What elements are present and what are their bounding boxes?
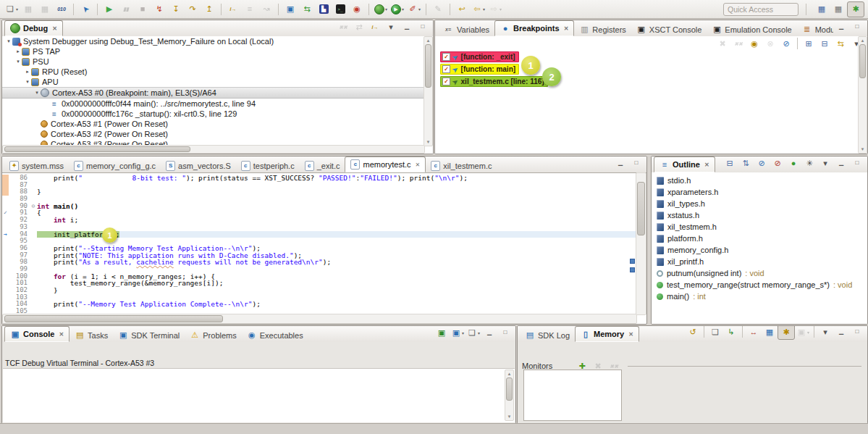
close-icon[interactable]: ✕ [628, 331, 633, 338]
minimize-button[interactable]: ▁ [399, 20, 415, 34]
scroll-up-arrow[interactable]: ▲ [859, 38, 867, 43]
save-all-button[interactable]: ▦ [37, 2, 53, 17]
maximize-button[interactable]: □ [415, 20, 431, 34]
debug-button[interactable]: ▾ [373, 2, 389, 17]
table-rendering-button[interactable]: ▦ [762, 325, 778, 339]
view-menu-button[interactable]: ▾ [817, 325, 833, 339]
step-return-button[interactable]: ↥ [201, 2, 217, 17]
tab-xil-testmem-c[interactable]: cxil_testmem.c [426, 159, 497, 172]
code-editor[interactable]: 86 print(" 8-bit test: "); print(status … [2, 172, 636, 315]
open-console-button[interactable]: ▣ [282, 2, 298, 17]
debug-tree-item[interactable]: ▸RPU (Reset) [2, 67, 433, 77]
tab-modules[interactable]: ≣Modules [797, 22, 833, 36]
copy-view-menu-arrow[interactable]: ▾ [807, 330, 809, 335]
outline-item[interactable]: stdio.h [652, 175, 867, 186]
filters-button[interactable]: ✳ [801, 156, 817, 170]
outline-item[interactable]: xil_types.h [652, 198, 867, 209]
collapse-all-button[interactable]: ⊟ [817, 36, 833, 51]
maximize-button[interactable]: □ [628, 156, 644, 170]
code-line[interactable]: 89 [2, 196, 636, 203]
tab-xsct-console[interactable]: ▣XSCT Console [631, 22, 707, 36]
outline-item[interactable]: main() : int [652, 291, 867, 302]
console-output[interactable] [3, 368, 515, 422]
maximize-button[interactable]: □ [497, 325, 513, 340]
maximize-button[interactable]: □ [849, 20, 865, 34]
tab-breakpoints[interactable]: ●Breakpoints✕ [494, 20, 574, 36]
use-step-filters-button[interactable]: ↝ [258, 2, 274, 17]
select-pointer-button[interactable]: ➤ [77, 2, 93, 17]
open-console-menu-arrow[interactable]: ▾ [478, 330, 480, 335]
outline-item[interactable]: memory_config.h [652, 244, 867, 256]
open-console-button[interactable]: ❏▾ [465, 325, 481, 340]
scroll-down-arrow[interactable]: ▼ [424, 139, 432, 145]
code-line[interactable]: 101 test_memory_range(&memory_ranges[i])… [2, 280, 636, 287]
coverage-button[interactable]: ◉ [349, 2, 365, 17]
debug-tree-item[interactable]: ▸PS TAP [2, 46, 433, 57]
close-icon[interactable]: ✕ [704, 162, 709, 168]
tab-tasks[interactable]: ▤Tasks [69, 328, 113, 342]
pin-console-button[interactable]: ▣ [434, 325, 450, 340]
tab-registers[interactable]: ▥Registers [574, 22, 631, 36]
scrollbar-thumb[interactable] [4, 315, 223, 322]
suspend-button[interactable]: ▮▮ [118, 2, 134, 17]
outline-item[interactable]: xil_testmem.h [652, 221, 867, 233]
save-button[interactable]: ▦ [20, 2, 36, 17]
perspective-other-button[interactable]: ▦ [830, 2, 846, 17]
terminate-button[interactable]: ■ [135, 2, 151, 17]
close-icon[interactable]: ✕ [564, 25, 569, 32]
vertical-scrollbar[interactable]: ▲ ▼ [858, 36, 867, 154]
close-icon[interactable]: ✕ [52, 25, 57, 32]
tree-expander[interactable]: ▾ [5, 38, 12, 44]
debug-tree-item[interactable]: Cortex-A53 #1 (Power On Reset) [2, 119, 433, 129]
code-line[interactable]: 102 } [2, 287, 636, 294]
code-line[interactable]: →94 init_platform(); [2, 231, 636, 238]
quick-access-input[interactable] [723, 3, 799, 16]
view-menu-button[interactable]: ▾ [383, 20, 399, 34]
new-wizard-menu-arrow[interactable]: ▾ [16, 7, 18, 12]
breakpoint-checkbox[interactable]: ✓ [442, 65, 450, 73]
tab-memory[interactable]: ▯Memory✕ [575, 326, 639, 342]
tab-asm-vectors-s[interactable]: Sasm_vectors.S [161, 159, 236, 172]
perspective-debug-button[interactable]: ✱ [847, 1, 864, 17]
expand-all-button[interactable]: ⊞ [801, 36, 817, 51]
skip-all-breakpoints-button[interactable]: ⊘ [778, 36, 794, 51]
tab-outline[interactable]: ≡Outline✕ [654, 157, 715, 172]
debug-tree-item[interactable]: ▾PSU [2, 57, 433, 67]
debug-tree-item[interactable]: ≡0x00000000fffc176c _startup(): xil-crt0… [2, 109, 433, 119]
link-with-debug-view-button[interactable]: ⇆ [833, 36, 848, 51]
tree-expander[interactable]: ▸ [24, 69, 31, 75]
refresh-button[interactable]: ↺ [685, 325, 701, 339]
remove-button[interactable]: ✖ [715, 36, 730, 51]
maximize-button[interactable]: □ [849, 325, 865, 339]
outline-item[interactable]: xil_printf.h [652, 256, 867, 267]
tab-executables[interactable]: ◉Executables [242, 328, 308, 342]
scrollbar-thumb[interactable] [859, 44, 866, 78]
minimize-button[interactable]: ▁ [612, 156, 628, 170]
scrollbar-thumb[interactable] [4, 146, 190, 152]
sort-button[interactable]: ⇅ [738, 156, 754, 170]
outline-item[interactable]: platform.h [652, 233, 867, 244]
export-button[interactable]: ↳ [723, 325, 739, 339]
debug-tree-item[interactable]: ▾APU [2, 77, 433, 87]
outline-item[interactable]: putnum(unsigned int) : void [652, 267, 867, 279]
tab-memorytest-c[interactable]: cmemorytest.c✕ [345, 157, 426, 172]
memory-settings-button[interactable]: ✱ [778, 325, 795, 340]
scrollbar-thumb[interactable] [637, 182, 645, 235]
tab-testperiph-c[interactable]: ctestperiph.c [236, 159, 300, 172]
debug-tree-item[interactable]: Cortex-A53 #2 (Power On Reset) [2, 129, 433, 139]
collapse-all-button[interactable]: ⊟ [722, 156, 738, 170]
tab-sdk-terminal[interactable]: ▣SDK Terminal [113, 328, 185, 342]
debug-tree-item[interactable]: ≡0x00000000fffc0f44 main(): ../src/memor… [2, 99, 433, 109]
code-line[interactable]: 88} [2, 188, 636, 196]
fold-collapse-icon[interactable]: ⊖ [30, 203, 37, 210]
breakpoint-item[interactable]: ✓➤xil_testmem.c [line: 116] [440, 76, 548, 87]
display-selected-console-menu-arrow[interactable]: ▾ [462, 330, 464, 335]
resume-button[interactable]: ▶ [101, 2, 117, 17]
remove-all-button[interactable]: ✖✖ [730, 36, 746, 51]
tree-expander[interactable]: ▸ [14, 49, 22, 54]
profile-button[interactable]: ▙ [316, 2, 332, 17]
remove-all-terminated-button[interactable]: ✖✖ [335, 20, 351, 34]
show-supported-breakpoints-button[interactable]: ◉ [746, 36, 762, 51]
back-button[interactable]: ⇦▾ [471, 2, 486, 17]
tree-expander[interactable]: ▾ [14, 59, 22, 64]
